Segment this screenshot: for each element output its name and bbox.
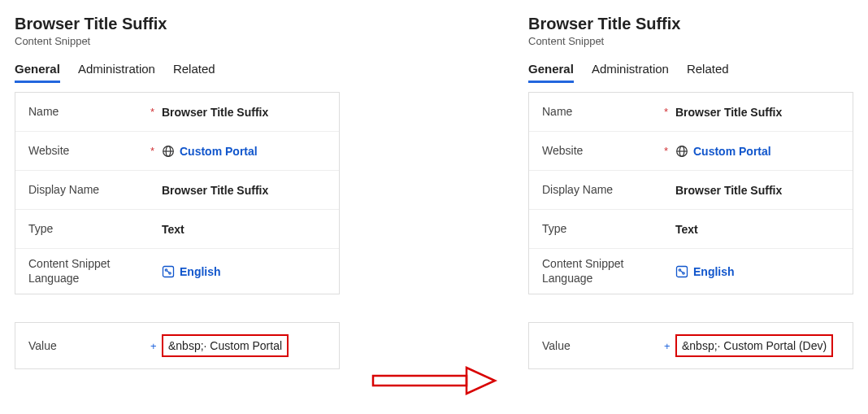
required-marker: * — [664, 106, 675, 118]
tab-administration[interactable]: Administration — [78, 59, 155, 83]
svg-point-13 — [679, 268, 680, 270]
svg-point-5 — [169, 272, 171, 273]
left-panel: Browser Title Suffix Content Snippet Gen… — [15, 15, 340, 369]
tab-general[interactable]: General — [528, 59, 574, 83]
field-name[interactable]: Name * Browser Title Suffix — [15, 93, 339, 132]
tab-administration[interactable]: Administration — [592, 59, 669, 83]
globe-icon — [675, 145, 688, 158]
field-language[interactable]: Content Snippet Language English — [15, 249, 339, 294]
field-value: Custom Portal — [675, 145, 840, 158]
field-language[interactable]: Content Snippet Language English — [529, 249, 853, 294]
field-label: Content Snippet Language — [28, 257, 150, 285]
value-highlight-box: &nbsp;· Custom Portal — [162, 334, 289, 357]
value-highlight-box: &nbsp;· Custom Portal (Dev) — [675, 334, 833, 357]
svg-line-6 — [167, 271, 170, 272]
field-value-section[interactable]: Value + &nbsp;· Custom Portal — [15, 322, 340, 369]
field-label: Name — [28, 105, 150, 120]
language-link[interactable]: English — [180, 265, 221, 278]
field-value-section[interactable]: Value + &nbsp;· Custom Portal (Dev) — [528, 322, 853, 369]
add-marker: + — [664, 340, 675, 352]
field-label: Website — [28, 144, 150, 159]
field-display-name[interactable]: Display Name Browser Title Suffix — [529, 171, 853, 210]
field-label: Type — [542, 222, 664, 237]
svg-marker-8 — [467, 368, 495, 394]
field-value: Browser Title Suffix — [162, 184, 326, 197]
tab-bar: General Administration Related — [528, 59, 853, 84]
field-label: Type — [28, 222, 150, 237]
language-link[interactable]: English — [693, 265, 735, 278]
field-label: Content Snippet Language — [542, 257, 664, 285]
required-marker: * — [150, 106, 162, 118]
svg-line-15 — [681, 271, 684, 272]
field-label: Value — [542, 339, 664, 352]
field-name[interactable]: Name * Browser Title Suffix — [529, 93, 853, 132]
field-value: Browser Title Suffix — [162, 106, 326, 119]
globe-icon — [162, 145, 175, 158]
svg-point-14 — [683, 272, 684, 273]
field-value: Custom Portal — [162, 145, 326, 158]
language-icon — [675, 265, 688, 278]
field-website[interactable]: Website * Custom Portal — [15, 132, 339, 171]
tab-bar: General Administration Related — [15, 59, 340, 84]
field-value: English — [675, 265, 840, 278]
field-label: Display Name — [542, 183, 664, 198]
transition-gap — [340, 15, 528, 389]
tab-related[interactable]: Related — [173, 59, 215, 83]
right-panel: Browser Title Suffix Content Snippet Gen… — [528, 15, 853, 369]
field-value: Browser Title Suffix — [675, 184, 840, 197]
field-display-name[interactable]: Display Name Browser Title Suffix — [15, 171, 339, 210]
field-label: Website — [542, 144, 664, 159]
arrow-icon — [369, 364, 499, 397]
entity-subtitle: Content Snippet — [15, 35, 340, 47]
page-title: Browser Title Suffix — [15, 15, 340, 33]
add-marker: + — [150, 340, 162, 352]
form-general: Name * Browser Title Suffix Website * Cu… — [15, 92, 340, 294]
field-type[interactable]: Type Text — [15, 210, 339, 249]
field-label: Value — [28, 339, 150, 352]
svg-rect-7 — [373, 376, 467, 386]
tab-general[interactable]: General — [15, 59, 60, 83]
field-value: English — [162, 265, 326, 278]
form-general: Name * Browser Title Suffix Website * Cu… — [528, 92, 853, 294]
tab-related[interactable]: Related — [687, 59, 729, 83]
required-marker: * — [150, 145, 162, 157]
svg-point-4 — [165, 268, 167, 270]
website-link[interactable]: Custom Portal — [180, 145, 258, 158]
field-value: Text — [162, 223, 326, 236]
required-marker: * — [664, 145, 675, 157]
field-type[interactable]: Type Text — [529, 210, 853, 249]
field-value: Text — [675, 223, 840, 236]
field-value: Browser Title Suffix — [675, 106, 840, 119]
field-website[interactable]: Website * Custom Portal — [529, 132, 853, 171]
field-label: Name — [542, 105, 664, 120]
page-title: Browser Title Suffix — [528, 15, 853, 33]
website-link[interactable]: Custom Portal — [693, 145, 771, 158]
entity-subtitle: Content Snippet — [528, 35, 853, 47]
field-label: Display Name — [28, 183, 150, 198]
language-icon — [162, 265, 175, 278]
